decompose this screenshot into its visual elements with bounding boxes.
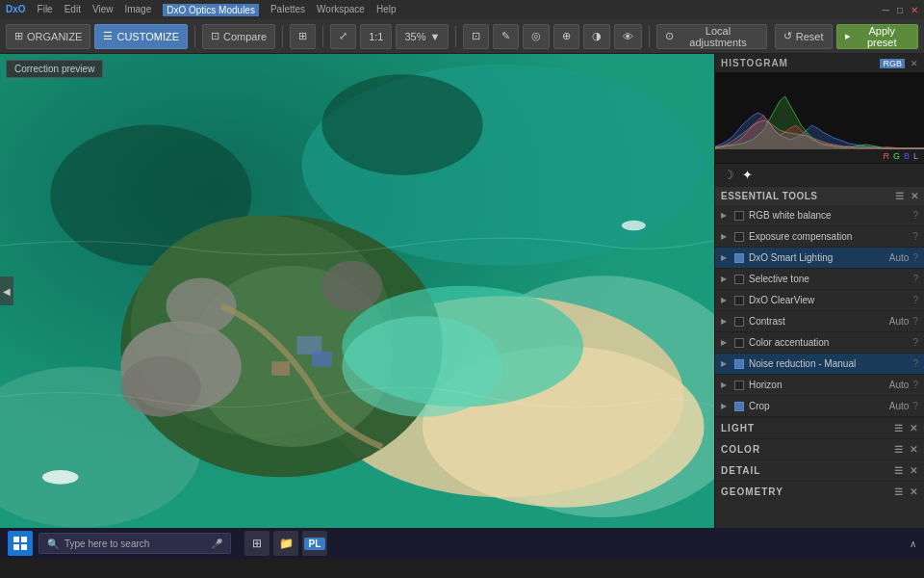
tool-help-button[interactable]: ?: [912, 231, 918, 242]
category-color[interactable]: COLOR☰✕: [715, 438, 924, 460]
mask-tool[interactable]: ◑: [583, 24, 610, 49]
category-geometry[interactable]: GEOMETRY☰✕: [715, 481, 924, 502]
tool-checkbox[interactable]: [734, 232, 744, 242]
tool-checkbox[interactable]: [734, 402, 744, 411]
category-close-icon-light[interactable]: ✕: [910, 423, 918, 434]
zoom-ratio-button[interactable]: 1:1: [360, 24, 392, 49]
histogram-close-btn[interactable]: ✕: [911, 59, 918, 68]
tool-help-button[interactable]: ?: [912, 316, 918, 327]
correction-preview-button[interactable]: Correction preview: [6, 60, 103, 78]
category-close-icon-detail[interactable]: ✕: [910, 465, 918, 476]
tool-help-button[interactable]: ?: [912, 380, 918, 390]
category-menu-icon-light[interactable]: ☰: [894, 423, 904, 434]
essential-tools-menu-icon[interactable]: ☰: [895, 191, 905, 201]
panel-toggle-left[interactable]: ◀: [0, 276, 13, 305]
svg-point-12: [120, 356, 201, 417]
tool-checkbox[interactable]: [734, 211, 744, 221]
local-adj-icon: ⊙: [665, 30, 674, 42]
apply-preset-button[interactable]: ▸ Apply preset: [836, 24, 919, 49]
crop-tool[interactable]: ⊡: [463, 24, 489, 49]
menu-edit[interactable]: Edit: [64, 4, 81, 16]
category-close-icon-geometry[interactable]: ✕: [910, 486, 918, 497]
file-explorer-button[interactable]: 📁: [273, 531, 298, 556]
taskbar-search[interactable]: 🔍 Type here to search 🎤: [38, 533, 231, 554]
category-close-icon-color[interactable]: ✕: [910, 444, 918, 455]
category-light[interactable]: LIGHT☰✕: [715, 417, 924, 438]
menu-dxo-optics[interactable]: DxO Optics Modules: [163, 4, 259, 16]
view-tool[interactable]: 👁: [614, 24, 642, 49]
tool-checkbox[interactable]: [734, 359, 744, 369]
picker-tool[interactable]: ⊕: [553, 24, 579, 49]
organize-button[interactable]: ⊞ ORGANIZE: [6, 24, 90, 49]
tool-checkbox[interactable]: [734, 338, 744, 348]
tool-help-button[interactable]: ?: [912, 295, 918, 305]
start-button[interactable]: [8, 531, 33, 556]
compare-button[interactable]: ⊡ Compare: [202, 24, 275, 49]
tool-row-rgb-white-balance[interactable]: ▶RGB white balance?: [715, 205, 924, 226]
tool-row-dxo-clearview[interactable]: ▶DxO ClearView?: [715, 290, 924, 311]
apply-preset-icon: ▸: [845, 30, 851, 42]
essential-tools-close-icon[interactable]: ✕: [911, 191, 919, 201]
tool-row-noise-reduction---manual[interactable]: ▶Noise reduction - Manual?: [715, 354, 924, 375]
tool-checkbox[interactable]: [734, 381, 744, 390]
category-detail[interactable]: DETAIL☰✕: [715, 460, 924, 481]
menu-view[interactable]: View: [92, 4, 114, 16]
repair-tool[interactable]: ◎: [523, 24, 550, 49]
tool-checkbox[interactable]: [734, 296, 744, 305]
essential-tools-header[interactable]: ESSENTIAL TOOLS ☰ ✕: [715, 186, 924, 205]
tool-expand-icon: ▶: [721, 253, 727, 262]
histogram-r-label: R: [883, 151, 889, 161]
tool-row-horizon[interactable]: ▶HorizonAuto?: [715, 375, 924, 396]
tool-row-color-accentuation[interactable]: ▶Color accentuation?: [715, 332, 924, 354]
category-menu-icon-detail[interactable]: ☰: [894, 465, 904, 476]
menu-file[interactable]: File: [38, 4, 53, 16]
tool-value-label: Auto: [889, 380, 910, 390]
tool-row-selective-tone[interactable]: ▶Selective tone?: [715, 269, 924, 290]
tool-help-button[interactable]: ?: [912, 252, 918, 263]
tool-help-button[interactable]: ?: [912, 358, 918, 369]
moon-mode-button[interactable]: ☽: [723, 168, 734, 182]
straighten-tool[interactable]: ✎: [493, 24, 519, 49]
menu-image[interactable]: Image: [124, 4, 151, 16]
star-mode-button[interactable]: ✦: [742, 168, 753, 182]
tool-help-button[interactable]: ?: [912, 401, 918, 411]
histogram-channel-rgb[interactable]: RGB: [880, 59, 905, 68]
tool-value-label: Auto: [889, 252, 910, 263]
separator-3: [322, 26, 323, 47]
maximize-button[interactable]: □: [897, 5, 903, 15]
tool-expand-icon: ▶: [721, 296, 727, 304]
tool-value-label: Auto: [889, 316, 910, 327]
category-icons-detail: ☰✕: [894, 465, 918, 476]
reset-button[interactable]: ↺ Reset: [775, 24, 833, 49]
tool-help-button[interactable]: ?: [912, 210, 918, 221]
tool-row-dxo-smart-lighting[interactable]: ▶DxO Smart LightingAuto?: [715, 248, 924, 269]
tool-row-contrast[interactable]: ▶ContrastAuto?: [715, 311, 924, 332]
minimize-button[interactable]: ─: [883, 5, 889, 15]
customize-button[interactable]: ☰ CUSTOMIZE: [94, 24, 188, 49]
menu-help[interactable]: Help: [376, 4, 397, 16]
tool-help-button[interactable]: ?: [912, 337, 918, 348]
fit-button[interactable]: ⤢: [330, 24, 356, 49]
menu-workspace[interactable]: Workspace: [317, 4, 365, 16]
local-adjustments-button[interactable]: ⊙ Local adjustments: [656, 24, 766, 49]
task-view-button[interactable]: ⊞: [244, 531, 270, 556]
tool-help-button[interactable]: ?: [912, 274, 918, 284]
category-menu-icon-color[interactable]: ☰: [894, 444, 904, 455]
category-icons-geometry: ☰✕: [894, 486, 918, 497]
tool-row-crop[interactable]: ▶CropAuto?: [715, 396, 924, 417]
close-button[interactable]: ✕: [911, 5, 918, 15]
tool-row-exposure-compensation[interactable]: ▶Exposure compensation?: [715, 226, 924, 248]
menu-dxo[interactable]: DxO: [6, 4, 26, 16]
menu-palettes[interactable]: Palettes: [270, 4, 305, 16]
grid-button[interactable]: ⊞: [290, 24, 316, 49]
tool-expand-icon: ▶: [721, 317, 727, 326]
category-menu-icon-geometry[interactable]: ☰: [894, 486, 904, 497]
histogram-controls: RGB ✕: [880, 59, 918, 68]
zoom-level-button[interactable]: 35% ▼: [396, 24, 449, 49]
dxo-app-icon[interactable]: PL: [302, 531, 327, 556]
tool-checkbox[interactable]: [734, 253, 744, 263]
microphone-icon: 🎤: [211, 539, 222, 549]
tool-checkbox[interactable]: [734, 275, 744, 284]
tray-chevron[interactable]: ∧: [910, 539, 916, 549]
tool-checkbox[interactable]: [734, 317, 744, 327]
